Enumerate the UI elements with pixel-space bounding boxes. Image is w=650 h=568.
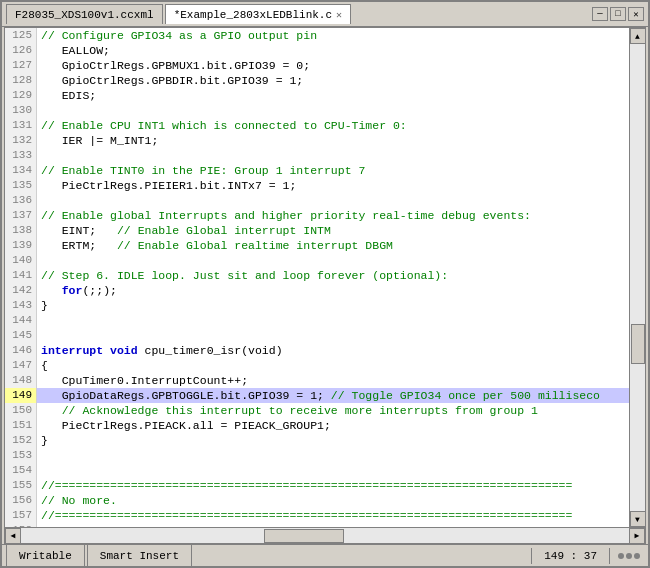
code-line: for(;;);: [37, 283, 629, 298]
line-number: 148: [5, 373, 36, 388]
line-number: 138: [5, 223, 36, 238]
line-numbers: 1251261271281291301311321331341351361371…: [5, 28, 37, 527]
tab-blink-label: *Example_2803xLEDBlink.c: [174, 9, 332, 21]
line-number: 127: [5, 58, 36, 73]
status-right: 149 : 37: [531, 548, 644, 564]
line-number: 157: [5, 508, 36, 523]
vertical-scrollbar[interactable]: ▲ ▼: [629, 28, 645, 527]
line-number: 141: [5, 268, 36, 283]
tabs-area: F28035_XDS100v1.ccxml *Example_2803xLEDB…: [6, 4, 351, 24]
code-line: GpioDataRegs.GPBTOGGLE.bit.GPIO39 = 1; /…: [37, 388, 629, 403]
line-number: 137: [5, 208, 36, 223]
line-number: 134: [5, 163, 36, 178]
line-number: 133: [5, 148, 36, 163]
line-number: 128: [5, 73, 36, 88]
position-status: 149 : 37: [531, 548, 610, 564]
code-line: [37, 253, 629, 268]
dot1: [618, 553, 624, 559]
code-line: }: [37, 433, 629, 448]
line-number: 126: [5, 43, 36, 58]
dot3: [634, 553, 640, 559]
line-number: 144: [5, 313, 36, 328]
code-content[interactable]: // Configure GPIO34 as a GPIO output pin…: [37, 28, 629, 527]
tab-blink[interactable]: *Example_2803xLEDBlink.c ✕: [165, 4, 351, 24]
scroll-thumb-v[interactable]: [631, 324, 645, 364]
code-line: // No more.: [37, 493, 629, 508]
line-number: 129: [5, 88, 36, 103]
line-number: 132: [5, 133, 36, 148]
code-line: [37, 523, 629, 527]
maximize-button[interactable]: □: [610, 7, 626, 21]
code-line: [37, 148, 629, 163]
line-number: 136: [5, 193, 36, 208]
main-window: F28035_XDS100v1.ccxml *Example_2803xLEDB…: [0, 0, 650, 568]
window-controls: ─ □ ✕: [592, 7, 644, 21]
code-line: //======================================…: [37, 508, 629, 523]
line-number: 135: [5, 178, 36, 193]
scroll-track-v[interactable]: [630, 44, 645, 511]
code-line: GpioCtrlRegs.GPBDIR.bit.GPIO39 = 1;: [37, 73, 629, 88]
tab-ccxml-label: F28035_XDS100v1.ccxml: [15, 9, 154, 21]
line-number: 131: [5, 118, 36, 133]
code-line: [37, 448, 629, 463]
line-number: 154: [5, 463, 36, 478]
scroll-track-h[interactable]: [21, 528, 629, 543]
horizontal-scrollbar[interactable]: ◀ ▶: [5, 527, 645, 543]
writable-status: Writable: [6, 545, 85, 566]
scroll-thumb-h[interactable]: [264, 529, 344, 543]
code-line: // Acknowledge this interrupt to receive…: [37, 403, 629, 418]
tab-close-icon[interactable]: ✕: [336, 9, 342, 21]
code-line: GpioCtrlRegs.GPBMUX1.bit.GPIO39 = 0;: [37, 58, 629, 73]
code-line: [37, 103, 629, 118]
status-dots: [614, 553, 644, 559]
line-number: 139: [5, 238, 36, 253]
code-line: // Step 6. IDLE loop. Just sit and loop …: [37, 268, 629, 283]
scroll-right-button[interactable]: ▶: [629, 528, 645, 544]
line-number: 151: [5, 418, 36, 433]
code-line: // Enable global Interrupts and higher p…: [37, 208, 629, 223]
line-number: 130: [5, 103, 36, 118]
line-number: 158: [5, 523, 36, 527]
line-number: 152: [5, 433, 36, 448]
code-line: PieCtrlRegs.PIEIER1.bit.INTx7 = 1;: [37, 178, 629, 193]
line-number: 145: [5, 328, 36, 343]
code-line: // Enable TINT0 in the PIE: Group 1 inte…: [37, 163, 629, 178]
line-number: 155: [5, 478, 36, 493]
code-line: IER |= M_INT1;: [37, 133, 629, 148]
code-line: // Configure GPIO34 as a GPIO output pin: [37, 28, 629, 43]
line-number: 147: [5, 358, 36, 373]
code-line: ERTM; // Enable Global realtime interrup…: [37, 238, 629, 253]
title-bar: F28035_XDS100v1.ccxml *Example_2803xLEDB…: [2, 2, 648, 27]
line-number: 156: [5, 493, 36, 508]
code-line: }: [37, 298, 629, 313]
code-line: //======================================…: [37, 478, 629, 493]
line-number: 142: [5, 283, 36, 298]
line-number: 143: [5, 298, 36, 313]
code-line: // Enable CPU INT1 which is connected to…: [37, 118, 629, 133]
insert-mode-status: Smart Insert: [87, 545, 192, 566]
minimize-button[interactable]: ─: [592, 7, 608, 21]
line-number: 153: [5, 448, 36, 463]
code-line: [37, 463, 629, 478]
scroll-left-button[interactable]: ◀: [5, 528, 21, 544]
close-button[interactable]: ✕: [628, 7, 644, 21]
status-bar: Writable Smart Insert 149 : 37: [2, 544, 648, 566]
editor-area: 1251261271281291301311321331341351361371…: [4, 27, 646, 544]
tab-ccxml[interactable]: F28035_XDS100v1.ccxml: [6, 4, 163, 24]
code-line: PieCtrlRegs.PIEACK.all = PIEACK_GROUP1;: [37, 418, 629, 433]
code-line: [37, 328, 629, 343]
code-container: 1251261271281291301311321331341351361371…: [5, 28, 645, 527]
code-line: interrupt void cpu_timer0_isr(void): [37, 343, 629, 358]
code-line: [37, 193, 629, 208]
scroll-up-button[interactable]: ▲: [630, 28, 646, 44]
dot2: [626, 553, 632, 559]
line-number: 150: [5, 403, 36, 418]
code-line: EDIS;: [37, 88, 629, 103]
line-number: 125: [5, 28, 36, 43]
code-line: [37, 313, 629, 328]
code-line: CpuTimer0.InterruptCount++;: [37, 373, 629, 388]
line-number: 140: [5, 253, 36, 268]
line-number: 149: [5, 388, 36, 403]
scroll-down-button[interactable]: ▼: [630, 511, 646, 527]
code-line: EALLOW;: [37, 43, 629, 58]
